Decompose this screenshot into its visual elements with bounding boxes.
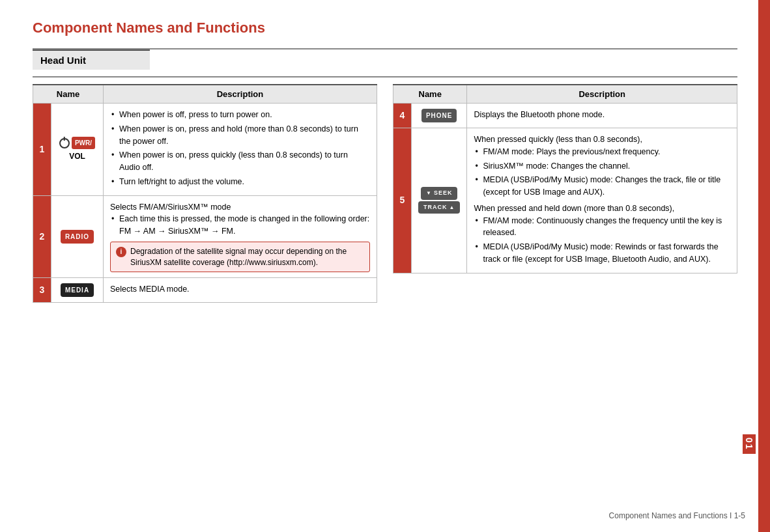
left-name-header: Name <box>33 85 104 104</box>
info-box: i Degradation of the satellite signal ma… <box>110 242 370 273</box>
table-row: 4 PHONE Displays the Bluetooth phone mod… <box>393 104 737 128</box>
list-item: When power is off, press to turn power o… <box>110 109 370 121</box>
row-number-4: 4 <box>393 104 412 128</box>
right-table-wrapper: Name Description 4 PHONE Displays the Bl… <box>393 84 737 273</box>
media-button: MEDIA <box>61 283 94 297</box>
seek-track-cell: ▼ SEEK TRACK ▲ <box>412 128 467 273</box>
list-item: MEDIA (USB/iPod/My Music) mode: Rewinds … <box>474 241 730 266</box>
row-number-5: 5 <box>393 128 412 273</box>
row-desc-3: Selects MEDIA mode. <box>104 278 377 303</box>
seek-desc-intro-1: When pressed quickly (less than 0.8 seco… <box>474 133 730 146</box>
phone-button: PHONE <box>421 109 457 122</box>
media-cell: MEDIA <box>51 278 104 303</box>
row-desc-4: Displays the Bluetooth phone mode. <box>467 104 737 128</box>
seek-desc-list-2: FM/AM mode: Continuously changes the fre… <box>474 215 730 266</box>
phone-desc: Displays the Bluetooth phone mode. <box>474 110 605 119</box>
right-bar: 01 <box>758 0 770 532</box>
left-table: Name Description 1 PWR/ <box>33 84 377 303</box>
media-desc: Selects MEDIA mode. <box>110 285 190 294</box>
track-label: TRACK <box>423 203 448 212</box>
track-button: TRACK ▲ <box>418 201 460 214</box>
list-item: MEDIA (USB/iPod/My Music) mode: Changes … <box>474 174 730 199</box>
phone-cell: PHONE <box>412 104 467 128</box>
list-item: Turn left/right to adjust the volume. <box>110 176 370 188</box>
seek-label: SEEK <box>434 189 453 198</box>
pwr-vol-cell: PWR/ VOL <box>51 104 104 196</box>
right-table: Name Description 4 PHONE Displays the Bl… <box>393 84 737 273</box>
seek-desc-intro-2: When pressed and held down (more than 0.… <box>474 203 730 215</box>
row-desc-1: When power is off, press to turn power o… <box>104 104 377 196</box>
table-row: 1 PWR/ VOL When p <box>33 104 377 196</box>
page-footer: Component Names and Functions I 1-5 <box>609 511 745 520</box>
row-number-3: 3 <box>33 278 51 303</box>
row-number-1: 1 <box>33 104 51 196</box>
left-table-wrapper: Name Description 1 PWR/ <box>33 84 377 303</box>
tables-row: Name Description 1 PWR/ <box>33 84 737 303</box>
list-item: SiriusXM™ mode: Changes the channel. <box>474 160 730 173</box>
right-name-header: Name <box>393 85 467 104</box>
seek-desc-list-1: FM/AM mode: Plays the previous/next freq… <box>474 146 730 199</box>
list-item: Each time this is pressed, the mode is c… <box>110 213 370 238</box>
vol-label: VOL <box>58 150 96 162</box>
table-row: 5 ▼ SEEK TRACK ▲ <box>393 128 737 273</box>
sidebar-label: 01 <box>743 434 756 454</box>
radio-desc-list: Each time this is pressed, the mode is c… <box>110 213 370 238</box>
seek-button: ▼ SEEK <box>421 187 457 200</box>
section-divider <box>33 76 737 77</box>
list-item: FM/AM mode: Plays the previous/next freq… <box>474 146 730 158</box>
pwr-desc-list: When power is off, press to turn power o… <box>110 109 370 188</box>
seek-track-buttons: ▼ SEEK TRACK ▲ <box>418 187 460 214</box>
right-desc-header: Description <box>467 85 737 104</box>
list-item: When power is on, press and hold (more t… <box>110 123 370 148</box>
info-text: Degradation of the satellite signal may … <box>130 246 364 268</box>
section-header: Head Unit <box>33 49 150 70</box>
page-title: Component Names and Functions <box>33 20 737 36</box>
pwr-label: PWR/ <box>72 137 95 149</box>
list-item: FM/AM mode: Continuously changes the fre… <box>474 215 730 240</box>
row-desc-2: Selects FM/AM/SiriusXM™ mode Each time t… <box>104 195 377 278</box>
radio-cell: RADIO <box>51 195 104 278</box>
radio-desc-intro: Selects FM/AM/SiriusXM™ mode <box>110 201 370 214</box>
left-desc-header: Description <box>104 85 377 104</box>
page-container: 01 Component Names and Functions Head Un… <box>0 0 770 532</box>
info-icon: i <box>116 247 126 257</box>
row-desc-5: When pressed quickly (less than 0.8 seco… <box>467 128 737 273</box>
row-number-2: 2 <box>33 195 51 278</box>
list-item: When power is on, press quickly (less th… <box>110 149 370 174</box>
radio-button: RADIO <box>61 230 94 244</box>
table-row: 3 MEDIA Selects MEDIA mode. <box>33 278 377 303</box>
table-row: 2 RADIO Selects FM/AM/SiriusXM™ mode Eac… <box>33 195 377 278</box>
